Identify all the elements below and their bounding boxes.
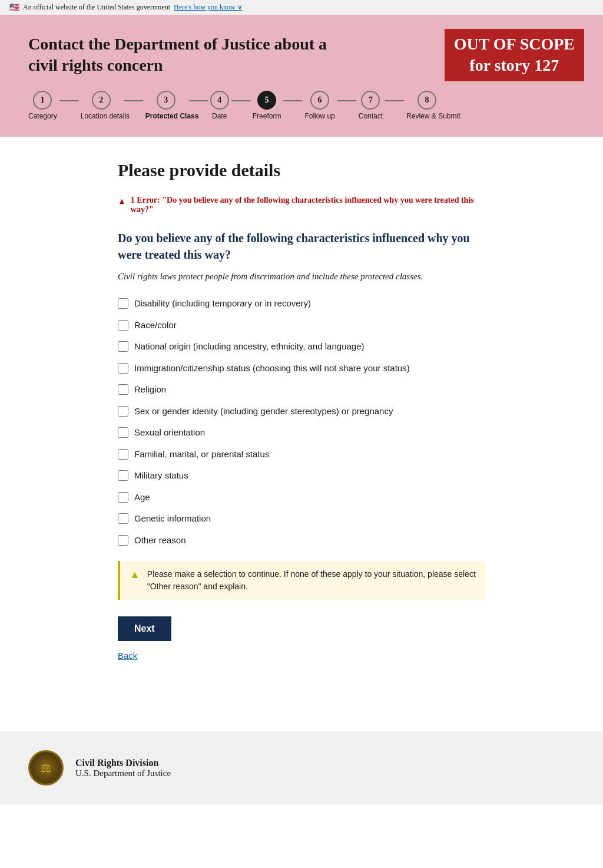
checkbox-race[interactable]: Race/color (118, 319, 485, 332)
question-title: Do you believe any of the following char… (118, 230, 485, 263)
step-5: 5 Freeform (253, 91, 281, 120)
checkbox-sexual-orientation-label: Sexual orientation (134, 426, 205, 440)
checkbox-military[interactable]: Military status (118, 469, 485, 483)
step-3: 3 Protected Class (145, 91, 187, 120)
step-label-1: Category (28, 112, 57, 120)
step-8: 8 Review & Submit (406, 91, 448, 120)
step-label-4: Date (212, 112, 227, 120)
step-connector-4 (231, 100, 250, 101)
checkbox-other-label: Other reason (134, 534, 186, 547)
checkbox-immigration[interactable]: Immigration/citizenship status (choosing… (118, 362, 485, 375)
checkbox-familial-label: Familial, marital, or parental status (134, 448, 269, 461)
checkbox-race-input[interactable] (118, 320, 128, 331)
question-subtitle: Civil rights laws protect people from di… (118, 270, 485, 283)
step-label-5: Freeform (253, 112, 281, 120)
checkbox-age[interactable]: Age (118, 491, 485, 504)
flag-icon: 🇺🇸 (9, 2, 19, 12)
checkbox-genetic-input[interactable] (118, 513, 128, 524)
checkbox-disability-input[interactable] (118, 298, 128, 309)
footer-org-name: Civil Rights Division (75, 758, 171, 768)
step-label-7: Contact (359, 112, 383, 120)
step-1: 1 Category (28, 91, 57, 120)
next-button[interactable]: Next (118, 616, 171, 641)
doj-seal-icon: ⚖ (28, 750, 64, 786)
footer-text: Civil Rights Division U.S. Department of… (75, 758, 171, 778)
checkbox-religion[interactable]: Religion (118, 383, 485, 397)
checkbox-disability[interactable]: Disability (including temporary or in re… (118, 297, 485, 311)
gov-banner-text: An official website of the United States… (23, 3, 170, 12)
checkbox-other-input[interactable] (118, 535, 128, 546)
step-7: 7 Contact (359, 91, 383, 120)
checkbox-disability-label: Disability (including temporary or in re… (134, 297, 311, 311)
page-title: Please provide details (118, 160, 485, 180)
step-connector-2 (124, 100, 143, 101)
step-circle-4: 4 (210, 91, 229, 110)
step-label-6: Follow up (304, 112, 334, 120)
checkbox-other[interactable]: Other reason (118, 534, 485, 547)
checkbox-age-label: Age (134, 491, 150, 504)
gov-banner: 🇺🇸 An official website of the United Sta… (0, 0, 603, 15)
checkbox-sex[interactable]: Sex or gender idenity (including gender … (118, 405, 485, 418)
out-of-scope-badge: OUT OF SCOPE for story 127 (445, 29, 584, 81)
step-circle-1: 1 (33, 91, 52, 110)
checkbox-list: Disability (including temporary or in re… (118, 297, 485, 547)
checkbox-race-label: Race/color (134, 319, 177, 332)
step-connector-1 (59, 100, 78, 101)
step-2: 2 Location details (81, 91, 122, 120)
footer: ⚖ Civil Rights Division U.S. Department … (0, 731, 603, 804)
step-4: 4 Date (210, 91, 229, 120)
step-circle-6: 6 (310, 91, 329, 110)
step-label-8: Review & Submit (406, 112, 448, 120)
how-you-know-link[interactable]: Here's how you know ∨ (174, 3, 242, 12)
hero-section: Contact the Department of Justice about … (0, 15, 603, 137)
checkbox-sexual-orientation-input[interactable] (118, 427, 128, 438)
checkbox-religion-input[interactable] (118, 384, 128, 395)
checkbox-national-origin-input[interactable] (118, 341, 128, 352)
hero-title: Contact the Department of Justice about … (28, 34, 334, 77)
warning-text: Please make a selection to continue. If … (147, 568, 476, 593)
main-content: Please provide details ▲ 1 Error: "Do yo… (90, 137, 513, 697)
error-text: 1 Error: "Do you believe any of the foll… (131, 196, 485, 214)
step-circle-7: 7 (361, 91, 380, 110)
step-label-2: Location details (81, 112, 122, 120)
step-circle-3: 3 (157, 91, 175, 110)
step-connector-3 (189, 100, 208, 101)
step-connector-7 (385, 100, 404, 101)
checkbox-familial-input[interactable] (118, 449, 128, 460)
footer-org-dept: U.S. Department of Justice (75, 768, 171, 778)
step-circle-8: 8 (418, 91, 436, 110)
checkbox-familial[interactable]: Familial, marital, or parental status (118, 448, 485, 461)
checkbox-genetic-label: Genetic information (134, 512, 211, 526)
checkbox-immigration-label: Immigration/citizenship status (choosing… (134, 362, 410, 375)
step-circle-2: 2 (92, 91, 111, 110)
checkbox-immigration-input[interactable] (118, 363, 128, 374)
error-icon: ▲ (118, 197, 126, 206)
checkbox-sexual-orientation[interactable]: Sexual orientation (118, 426, 485, 440)
checkbox-military-input[interactable] (118, 470, 128, 481)
checkbox-sex-label: Sex or gender idenity (including gender … (134, 405, 393, 418)
step-circle-5: 5 (257, 91, 276, 110)
back-link[interactable]: Back (118, 651, 485, 661)
warning-icon: ▲ (130, 569, 140, 581)
step-6: 6 Follow up (304, 91, 334, 120)
stepper: 1 Category 2 Location details 3 Protecte… (28, 91, 575, 120)
checkbox-age-input[interactable] (118, 492, 128, 503)
warning-box: ▲ Please make a selection to continue. I… (118, 561, 485, 600)
checkbox-national-origin[interactable]: National origin (including ancestry, eth… (118, 340, 485, 354)
step-connector-6 (337, 100, 356, 101)
checkbox-national-origin-label: National origin (including ancestry, eth… (134, 340, 365, 354)
checkbox-military-label: Military status (134, 469, 188, 483)
checkbox-religion-label: Religion (134, 383, 166, 397)
checkbox-genetic[interactable]: Genetic information (118, 512, 485, 526)
step-connector-5 (283, 100, 302, 101)
checkbox-sex-input[interactable] (118, 406, 128, 417)
step-label-3: Protected Class (145, 112, 187, 120)
error-alert: ▲ 1 Error: "Do you believe any of the fo… (118, 194, 485, 216)
